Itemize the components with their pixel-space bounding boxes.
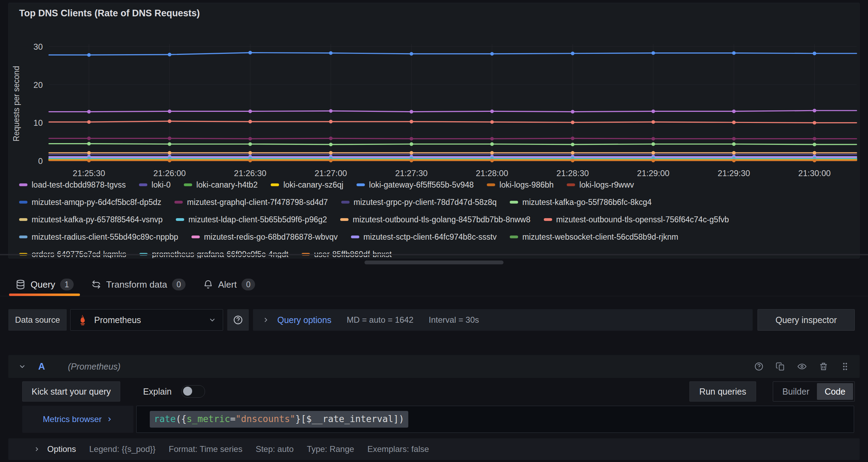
legend-item[interactable]: mizutest-amqp-py-6d4cf5bc8f-dp5dz	[19, 198, 161, 207]
tab-label: Transform data	[106, 279, 167, 290]
datasource-picker[interactable]: Prometheus	[70, 309, 223, 331]
series-point	[87, 157, 91, 160]
legend-item[interactable]: loki-canary-sz6qj	[271, 180, 343, 190]
legend-label: mizutest-graphql-client-7f478798-sd4d7	[187, 198, 328, 207]
bell-icon	[203, 279, 213, 290]
legend-swatch	[567, 183, 575, 186]
series-point	[410, 158, 413, 162]
series-point	[329, 51, 333, 55]
legend-item[interactable]: loki-gateway-6f5ff565b-5v948	[357, 180, 474, 190]
series-point	[571, 52, 574, 55]
legend-label: mizutest-kafka-py-6578f85464-vsnvp	[32, 215, 163, 224]
series-point	[168, 157, 171, 160]
series-point	[248, 157, 252, 160]
tab-transform-data[interactable]: Transform data 0	[84, 273, 193, 296]
query-ref-id[interactable]: A	[38, 361, 45, 372]
legend-item[interactable]: mizutest-kafka-py-6578f85464-vsnvp	[19, 215, 163, 224]
series-point	[571, 159, 574, 162]
metrics-browser-toggle[interactable]: Metrics browser	[22, 406, 133, 433]
series-point	[490, 158, 494, 161]
legend-item[interactable]: loki-logs-r9wwv	[567, 180, 634, 190]
legend-item[interactable]: mizutest-grpc-py-client-78d7d47d-58z8q	[341, 198, 497, 207]
query-options-toggle[interactable]: Query options MD = auto = 1642 Interval …	[253, 309, 753, 331]
series-point	[652, 109, 655, 113]
tab-count-badge: 1	[60, 279, 74, 290]
series-point	[652, 157, 655, 160]
series-point	[652, 158, 655, 161]
legend-item[interactable]: mizutest-radius-client-55bd49c89c-nppbp	[19, 232, 178, 242]
series-point	[813, 121, 816, 124]
series-point	[329, 158, 333, 161]
tabs-divider	[0, 296, 868, 296]
legend-item[interactable]: mizutest-sctp-client-64fc974b8c-ssstv	[351, 232, 497, 242]
mode-builder-option[interactable]: Builder	[775, 387, 817, 397]
prometheus-icon	[77, 314, 89, 326]
y-axis-label: Requests per second	[12, 66, 21, 141]
legend-item[interactable]: loki-0	[139, 180, 171, 190]
legend-item[interactable]: loki-canary-h4tb2	[184, 180, 257, 190]
series-point	[248, 51, 252, 54]
kick-start-query-button[interactable]: Kick start your query	[22, 381, 120, 402]
tab-query[interactable]: Query 1	[8, 273, 81, 296]
series-point	[732, 157, 736, 160]
chevron-right-icon	[33, 446, 40, 453]
series-point	[410, 142, 413, 146]
panel-title: Top DNS Clients (Rate of DNS Requests)	[19, 8, 200, 19]
legend-label: loki-canary-h4tb2	[196, 180, 257, 190]
series-point	[813, 137, 816, 140]
datasource-help-button[interactable]	[227, 309, 249, 331]
series-point	[813, 157, 816, 160]
legend-item[interactable]: load-test-dcbdd9878-tgvss	[19, 180, 126, 190]
series-point	[732, 158, 736, 162]
drag-handle-icon[interactable]	[840, 362, 850, 371]
legend-item[interactable]: mizutest-outbound-tls-golang-8457bdb7bb-…	[340, 215, 530, 224]
series-point	[732, 157, 736, 160]
series-point	[168, 156, 171, 160]
series-point	[329, 120, 333, 123]
query-row-actions	[754, 362, 850, 371]
series-point	[652, 158, 655, 162]
legend-item[interactable]: mizutest-kafka-go-55f786b6fc-8kcg4	[510, 198, 652, 207]
trash-icon[interactable]	[819, 362, 828, 371]
legend-item[interactable]: mizutest-redis-go-68bd786878-wbvqv	[191, 232, 338, 242]
run-queries-button[interactable]: Run queries	[689, 381, 756, 402]
series-point	[87, 137, 91, 140]
series-point	[168, 158, 171, 162]
series-point	[168, 157, 171, 160]
promql-token-punct: ])	[393, 414, 404, 424]
mode-code-option[interactable]: Code	[817, 383, 853, 400]
promql-query-input[interactable]: rate({s_metric="dnscounts"}[$__rate_inte…	[136, 406, 854, 433]
eye-icon[interactable]	[797, 362, 807, 371]
legend-label: loki-logs-r9wwv	[579, 180, 634, 190]
series-point	[329, 158, 333, 161]
collapse-chevron-icon[interactable]	[18, 362, 26, 371]
help-circle-icon[interactable]	[754, 362, 764, 371]
series-point	[732, 109, 736, 113]
duplicate-icon[interactable]	[776, 362, 785, 371]
legend-item[interactable]: mizutest-graphql-client-7f478798-sd4d7	[174, 198, 328, 207]
query-options-row[interactable]: Options Legend: {{s_pod}} Format: Time s…	[8, 438, 860, 460]
series-point	[168, 158, 171, 162]
series-point	[813, 157, 816, 160]
series-point	[168, 109, 171, 113]
series-point	[248, 157, 252, 160]
query-inspector-button[interactable]: Query inspector	[758, 309, 855, 331]
gridlines	[49, 44, 857, 161]
series-line	[49, 138, 857, 139]
series-point	[329, 158, 333, 162]
series-point	[168, 157, 171, 160]
series-point	[732, 158, 736, 161]
series-point	[168, 158, 171, 161]
legend-item[interactable]: mizutest-websocket-client-56cd58b9d-rjkn…	[510, 232, 678, 242]
tab-alert[interactable]: Alert 0	[196, 273, 262, 296]
legend-item[interactable]: loki-logs-986bh	[487, 180, 554, 190]
series-point	[813, 52, 816, 55]
series-point	[490, 158, 494, 162]
pane-resize-handle[interactable]	[365, 261, 503, 264]
query-editor-row: Metrics browser rate({s_metric="dnscount…	[8, 406, 860, 433]
explain-toggle[interactable]	[181, 385, 205, 398]
series-point	[248, 158, 252, 162]
legend-item[interactable]: mizutest-ldap-client-5b65b5d9f6-p96g2	[176, 215, 327, 224]
legend-item[interactable]: mizutest-outbound-tls-openssl-756f64c74c…	[544, 215, 729, 224]
query-options-label: Query options	[277, 315, 331, 325]
